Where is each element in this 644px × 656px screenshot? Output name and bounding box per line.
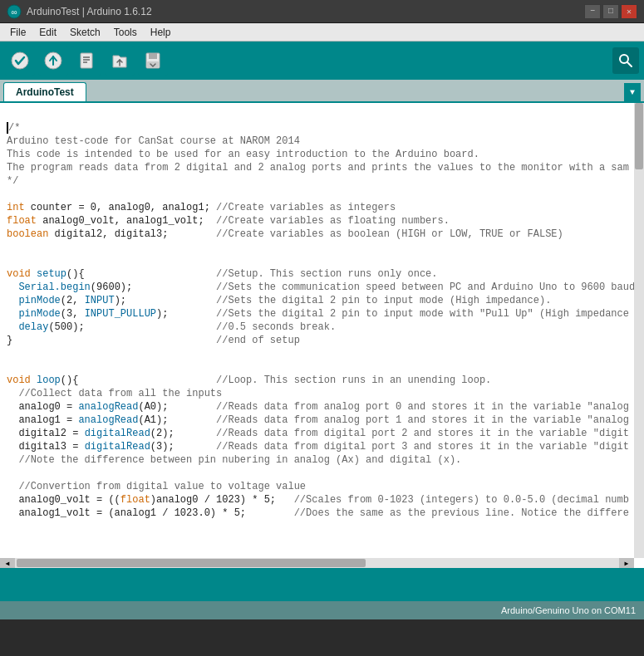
menu-file[interactable]: File bbox=[3, 25, 32, 40]
search-button[interactable] bbox=[612, 47, 639, 74]
scroll-left-button[interactable]: ◀ bbox=[0, 558, 15, 568]
tab-dropdown-button[interactable]: ▼ bbox=[624, 83, 641, 101]
editor-container: /* Arduino test-code for CanSat course a… bbox=[0, 103, 644, 568]
svg-rect-5 bbox=[81, 53, 92, 68]
verify-button[interactable] bbox=[5, 46, 35, 76]
vertical-scrollbar[interactable] bbox=[634, 103, 644, 558]
open-button[interactable] bbox=[105, 46, 135, 76]
minimize-button[interactable]: − bbox=[584, 4, 601, 19]
upload-button[interactable] bbox=[38, 46, 68, 76]
status-bar: Arduino/Genuino Uno on COM11 bbox=[0, 601, 644, 619]
bottom-panel bbox=[0, 568, 644, 601]
tab-bar: ArduinoTest ▼ bbox=[0, 80, 644, 103]
horizontal-scrollbar[interactable]: ◀ ▶ bbox=[0, 558, 634, 568]
status-text: Arduino/Genuino Uno on COM11 bbox=[501, 605, 636, 615]
title-bar: ∞ ArduinoTest | Arduino 1.6.12 − □ ✕ bbox=[0, 0, 644, 23]
save-button[interactable] bbox=[138, 46, 168, 76]
horizontal-scrollbar-thumb[interactable] bbox=[17, 559, 366, 567]
code-content: /* Arduino test-code for CanSat course a… bbox=[7, 108, 627, 533]
tab-arduinotest[interactable]: ArduinoTest bbox=[3, 82, 86, 101]
close-button[interactable]: ✕ bbox=[621, 4, 637, 19]
app-logo: ∞ bbox=[7, 4, 22, 19]
menu-tools[interactable]: Tools bbox=[107, 25, 144, 40]
scroll-right-button[interactable]: ▶ bbox=[619, 558, 634, 568]
vertical-scrollbar-thumb[interactable] bbox=[635, 103, 643, 169]
menu-edit[interactable]: Edit bbox=[32, 25, 63, 40]
window-title: ArduinoTest | Arduino 1.6.12 bbox=[27, 6, 584, 17]
maximize-button[interactable]: □ bbox=[602, 4, 619, 19]
new-button[interactable] bbox=[71, 46, 101, 76]
svg-line-14 bbox=[627, 62, 632, 66]
menu-sketch[interactable]: Sketch bbox=[63, 25, 107, 40]
code-editor[interactable]: /* Arduino test-code for CanSat course a… bbox=[0, 103, 634, 558]
svg-rect-11 bbox=[149, 53, 157, 59]
menu-bar: File Edit Sketch Tools Help bbox=[0, 23, 644, 42]
menu-help[interactable]: Help bbox=[144, 25, 178, 40]
toolbar bbox=[0, 42, 644, 80]
window-controls: − □ ✕ bbox=[584, 4, 637, 19]
svg-text:∞: ∞ bbox=[11, 7, 17, 17]
